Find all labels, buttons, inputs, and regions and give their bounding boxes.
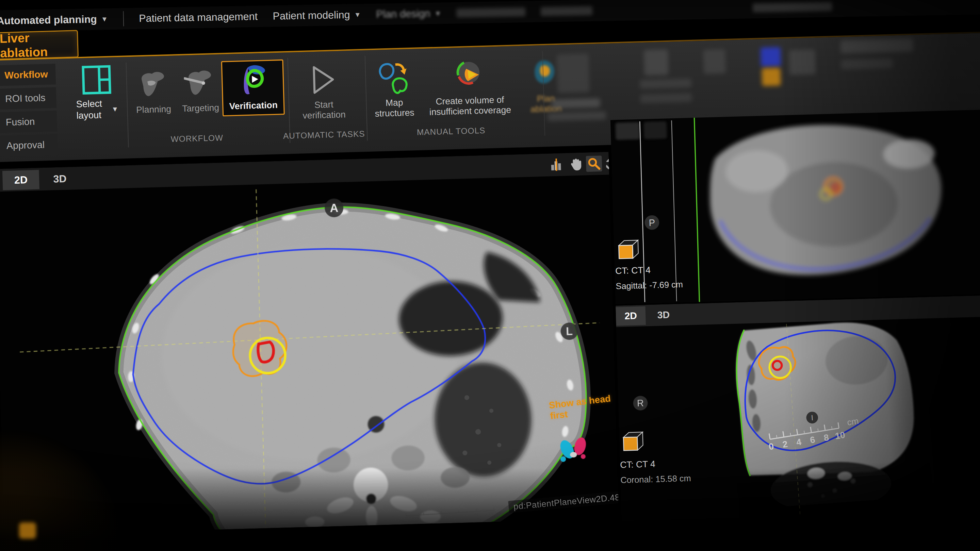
axial-ct-image: A L cm — [0, 152, 619, 536]
sidebar-item-label: ROI tools — [5, 92, 46, 105]
create-volume-label: Create volume of insufficient coverage — [422, 94, 519, 118]
cube-orientation-icon[interactable] — [620, 429, 645, 454]
play-outline-icon — [309, 63, 337, 97]
chevron-down-icon: ▼ — [434, 9, 441, 17]
menu-plan-design[interactable]: Plan design ▼ — [376, 7, 441, 20]
menu-automated-planning[interactable]: Automated planning ▼ — [0, 13, 108, 27]
chevron-down-icon: ▼ — [111, 105, 118, 113]
menu-label: Automated planning — [0, 13, 97, 27]
svg-text:cm: cm — [394, 512, 405, 522]
sagittal-viewport: P CT: CT 4 Sagittal: -7.69 cm — [611, 110, 980, 304]
verification-button[interactable]: Verification — [221, 60, 285, 116]
planning-button[interactable]: Planning — [130, 67, 176, 116]
chevron-down-icon: ▼ — [354, 11, 361, 19]
tumor-contours — [232, 320, 288, 376]
svg-text:A: A — [330, 202, 339, 214]
ribbon-divider — [126, 63, 129, 148]
map-structures-icon — [376, 61, 411, 95]
slice-position-label: Coronal: 15.58 cm — [620, 473, 691, 485]
map-structures-label: Map structures — [368, 97, 421, 119]
sidebar-item-workflow[interactable]: Workflow — [0, 64, 56, 86]
sidebar-item-label: Workflow — [5, 69, 48, 81]
sidebar-item-approval[interactable]: Approval — [0, 134, 58, 156]
select-layout-button[interactable]: Select layout ▼ — [72, 63, 122, 121]
green-contour-edge — [694, 118, 699, 302]
taskbar-glow — [19, 522, 36, 539]
menu-patient-data-management[interactable]: Patient data management — [139, 11, 258, 24]
orientation-marker-posterior: P — [644, 215, 659, 230]
menu-item-blurred[interactable] — [541, 6, 593, 16]
tab-label: 2D — [624, 310, 637, 321]
create-volume-button[interactable]: Create volume of insufficient coverage — [422, 58, 517, 118]
automatic-tasks-group-label: AUTOMATIC TASKS — [283, 129, 366, 141]
screen: Automated planning ▼ Patient data manage… — [0, 0, 980, 551]
select-layout-label: Select layout — [76, 98, 110, 121]
ribbon-accent-line — [0, 32, 980, 61]
sidebar-item-label: Approval — [6, 140, 45, 152]
plan-ablation-icon — [530, 56, 561, 91]
coronal-ct-info: CT: CT 4 Coronal: 15.58 cm — [620, 458, 691, 485]
menu-label: Patient modeling — [272, 9, 350, 22]
svg-text:cm: cm — [846, 416, 859, 427]
insufficient-coverage-icon — [452, 59, 486, 92]
start-verification-label: Start verification — [293, 99, 355, 121]
svg-text:R: R — [637, 398, 644, 408]
tab-2d-coronal[interactable]: 2D — [616, 306, 646, 326]
menu-item-blurred[interactable] — [456, 7, 525, 17]
liver-planning-icon — [137, 67, 169, 102]
menu-item-blurred[interactable] — [753, 2, 832, 12]
svg-text:10: 10 — [834, 430, 846, 441]
tab-label: 3D — [657, 310, 670, 321]
svg-text:L: L — [566, 325, 573, 338]
sagittal-ct-blob — [708, 122, 943, 278]
verification-label: Verification — [229, 100, 278, 111]
menu-label: Patient data management — [139, 11, 258, 24]
ribbon-blurred-region — [0, 33, 980, 61]
liver-targeting-icon — [184, 66, 216, 100]
layout-grid-icon — [80, 64, 113, 98]
axial-viewport: 2D 3D — [0, 152, 619, 536]
menu-divider — [123, 11, 124, 27]
svg-text:P: P — [649, 218, 655, 228]
chevron-down-icon: ▼ — [101, 15, 108, 23]
verification-icon — [235, 64, 270, 98]
menu-label: Plan design — [376, 8, 430, 20]
menu-patient-modeling[interactable]: Patient modeling ▼ — [272, 9, 361, 22]
cube-orientation-icon[interactable] — [615, 237, 641, 262]
ribbon-divider — [365, 56, 368, 141]
image-set-label: CT: CT 4 — [620, 459, 655, 470]
workflow-group-label: WORKFLOW — [170, 133, 223, 144]
sidebar-item-roi-tools[interactable]: ROI tools — [0, 87, 56, 110]
start-verification-button[interactable]: Start verification — [292, 62, 355, 121]
application-window: Automated planning ▼ Patient data manage… — [0, 0, 980, 551]
image-set-label: CT: CT 4 — [615, 265, 651, 276]
targeting-label: Targeting — [182, 103, 219, 114]
tab-liver-ablation[interactable]: Liver ablation — [0, 30, 79, 60]
sagittal-ct-info: CT: CT 4 Sagittal: -7.69 cm — [615, 264, 683, 292]
ribbon-divider — [287, 58, 290, 143]
map-structures-button[interactable]: Map structures — [369, 60, 419, 119]
targeting-button[interactable]: Targeting — [177, 66, 223, 114]
module-tab-label: Liver ablation — [0, 29, 78, 60]
orientation-marker-right: R — [633, 395, 648, 411]
planning-label: Planning — [136, 104, 172, 115]
tab-3d-coronal[interactable]: 3D — [649, 305, 678, 325]
slice-position-label: Sagittal: -7.69 cm — [616, 279, 683, 291]
sidebar-item-fusion[interactable]: Fusion — [0, 111, 57, 133]
top-menu-bar: Automated planning ▼ Patient data manage… — [0, 0, 980, 32]
coronal-ct-image: 0 2 4 6 8 10 cm I R — [616, 317, 980, 521]
manual-tools-group-label: MANUAL TOOLS — [417, 125, 485, 137]
sidebar-item-label: Fusion — [6, 116, 35, 128]
coronal-viewport: 2D 3D — [616, 295, 980, 521]
